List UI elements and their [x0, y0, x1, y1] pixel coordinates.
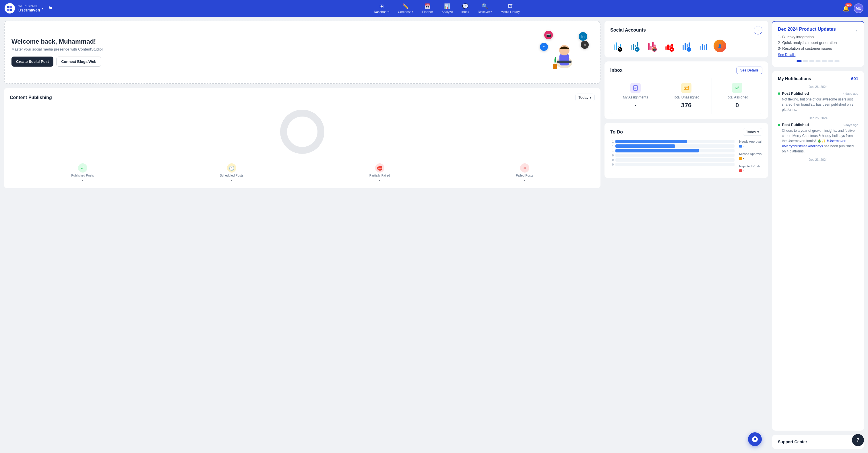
- middle-column: Social Accounts + 𝕏: [604, 21, 768, 449]
- rejected-posts-stat: Rejected Posts -: [739, 164, 763, 173]
- updates-dots: [778, 60, 858, 62]
- account-item-youtube[interactable]: ▶: [662, 41, 676, 50]
- connect-blogs-button[interactable]: Connect Blogs/Web: [56, 57, 101, 67]
- update-item-1: 2- Quick analytics report generation: [778, 40, 855, 45]
- updates-dot-2[interactable]: [809, 60, 814, 62]
- published-label: Published Posts: [71, 174, 94, 177]
- notification-item-1: Post Published 5 days ago Cheers to a ye…: [778, 123, 858, 154]
- navbar: WORKSPACE Usermaven ▾ ⚑ ⊞ Dashboard ✏️ C…: [0, 0, 868, 17]
- updates-dot-1[interactable]: [803, 60, 808, 62]
- period-label: Today: [578, 95, 588, 100]
- instagram-float-icon: 📷: [544, 31, 553, 39]
- product-updates-card: Dec 2024 Product Updates 1- Bluesky inte…: [772, 21, 864, 67]
- notif-title-row-0: Post Published: [778, 91, 809, 96]
- total-assigned-label: Total Assigned: [726, 95, 748, 99]
- inbox-my-assignments: My Assignments -: [610, 78, 661, 114]
- workspace-label: WORKSPACE: [19, 5, 40, 8]
- todo-period-selector[interactable]: Today ▾: [743, 128, 763, 136]
- create-social-post-button[interactable]: Create Social Post: [11, 57, 53, 67]
- failed-posts-stat: ✕ Failed Posts -: [516, 163, 533, 183]
- notif-link-holidays[interactable]: #holidays: [808, 144, 823, 148]
- account-item-linkedin[interactable]: in: [627, 41, 642, 50]
- updates-next-chevron-icon[interactable]: ›: [855, 27, 858, 34]
- main-layout: Welcome back, Muhammad! Master your soci…: [0, 17, 868, 453]
- nav-label-dashboard: Dashboard: [374, 10, 390, 13]
- nav-item-media-library[interactable]: 🖼 Media Library: [497, 2, 524, 15]
- updates-dot-3[interactable]: [815, 60, 820, 62]
- youtube-badge: ▶: [669, 47, 675, 52]
- nav-item-analyze[interactable]: 📊 Analyze: [437, 1, 457, 15]
- inbox-title: Inbox: [610, 68, 623, 73]
- support-center-card: Support Center: [772, 434, 864, 449]
- nav-right: 🔔 601 MU: [841, 3, 863, 13]
- todo-card: To Do Today ▾ 1 1: [604, 123, 768, 178]
- svg-rect-8: [553, 64, 557, 69]
- chart-row-3: 0: [610, 154, 735, 157]
- svg-rect-1: [10, 6, 12, 8]
- updates-dot-6[interactable]: [834, 60, 840, 62]
- welcome-text: Welcome back, Muhammad! Master your soci…: [11, 38, 536, 67]
- nav-label-discover: Discover: [477, 10, 490, 13]
- notif-link-merrychristmas[interactable]: #Merrychristmas: [782, 144, 807, 148]
- group-avatar[interactable]: 👤: [714, 40, 726, 52]
- update-item-0: 1- Bluesky integration: [778, 35, 855, 39]
- nav-item-dashboard[interactable]: ⊞ Dashboard: [370, 1, 394, 15]
- discover-icon: 🔍: [482, 3, 488, 9]
- updates-see-details-link[interactable]: See Details: [778, 53, 855, 57]
- svg-rect-7: [557, 61, 571, 63]
- bell-badge: 601: [845, 3, 852, 7]
- inbox-see-details-button[interactable]: See Details: [737, 67, 763, 74]
- chart-bars: 1 1 1 0: [610, 140, 735, 166]
- svg-rect-15: [685, 88, 686, 89]
- nav-logo[interactable]: [5, 3, 15, 13]
- scheduled-value: -: [231, 178, 232, 183]
- chart-row-0: 1: [610, 140, 735, 143]
- product-updates-list: 1- Bluesky integration 2- Quick analytic…: [778, 35, 855, 51]
- nav-item-inbox[interactable]: 💬 Inbox: [458, 1, 473, 15]
- notif-item-0-header: Post Published 4 days ago: [778, 91, 858, 96]
- updates-dot-5[interactable]: [828, 60, 833, 62]
- welcome-subtitle: Master your social media presence with C…: [11, 47, 536, 51]
- period-selector[interactable]: Today ▾: [575, 94, 595, 101]
- notification-bell[interactable]: 🔔 601: [841, 4, 851, 13]
- account-item-instagram[interactable]: 📷: [645, 41, 659, 50]
- notif-type-1: Post Published: [782, 123, 809, 127]
- compose-arrow-icon: ▾: [412, 10, 413, 13]
- nav-item-planner[interactable]: 📅 Planner: [418, 1, 437, 15]
- total-assigned-value: 0: [735, 102, 739, 109]
- welcome-illustration: 📷 in f ♫: [536, 29, 593, 75]
- svg-rect-0: [7, 6, 9, 8]
- flag-icon[interactable]: ⚑: [48, 5, 53, 11]
- missed-approval-label: Missed Approval: [739, 152, 763, 156]
- account-item-twitter[interactable]: 𝕏: [610, 41, 625, 50]
- person-illustration: [551, 38, 577, 70]
- account-item-facebook-page[interactable]: f: [679, 41, 693, 50]
- floating-help-button[interactable]: ?: [852, 434, 864, 446]
- updates-dot-4[interactable]: [822, 60, 827, 62]
- todo-chart: 1 1 1 0: [610, 140, 735, 173]
- account-item-facebook-group[interactable]: [696, 41, 711, 50]
- tiktok-float-icon: ♫: [581, 41, 589, 49]
- floating-chat-button[interactable]: [748, 432, 762, 446]
- nav-item-discover[interactable]: 🔍 Discover ▾: [474, 1, 496, 15]
- todo-content: 1 1 1 0: [610, 140, 763, 173]
- analyze-icon: 📊: [444, 3, 451, 9]
- nav-center: ⊞ Dashboard ✏️ Compose ▾ 📅 Planner 📊 Ana…: [56, 1, 838, 15]
- total-assigned-icon: [732, 83, 742, 93]
- workspace-selector[interactable]: WORKSPACE Usermaven ▾: [19, 5, 43, 12]
- svg-rect-2: [7, 9, 9, 11]
- dashboard-icon: ⊞: [379, 3, 384, 9]
- add-social-account-button[interactable]: +: [754, 26, 763, 34]
- todo-chevron-icon: ▾: [757, 130, 759, 134]
- inbox-total-unassigned: Total Unassigned 376: [661, 78, 712, 114]
- nav-item-compose[interactable]: ✏️ Compose ▾: [394, 1, 417, 15]
- date-separator-0: Dec 26, 2024: [778, 85, 858, 88]
- right-column: Dec 2024 Product Updates 1- Bluesky inte…: [772, 21, 864, 449]
- donut-svg: [276, 106, 328, 158]
- date-separator-1: Dec 25, 2024: [778, 116, 858, 120]
- failed-icon: ✕: [520, 163, 529, 173]
- notif-link-usermaven[interactable]: #Usermaven: [827, 139, 846, 143]
- updates-dot-0[interactable]: [797, 60, 802, 62]
- todo-header: To Do Today ▾: [610, 128, 763, 136]
- user-avatar[interactable]: MU: [854, 3, 863, 13]
